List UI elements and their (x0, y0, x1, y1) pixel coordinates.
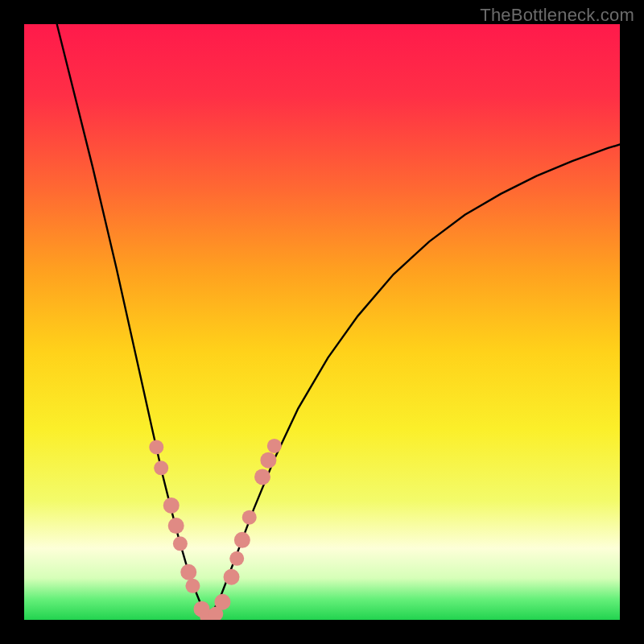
data-marker (180, 564, 196, 580)
plot-area (24, 24, 620, 620)
data-marker (254, 469, 270, 485)
curves-layer (24, 24, 620, 620)
data-marker (149, 440, 163, 454)
chart-frame: TheBottleneck.com (0, 0, 644, 644)
data-marker (173, 536, 188, 551)
left-curve (57, 24, 209, 620)
data-marker (163, 497, 180, 514)
data-marker (224, 569, 240, 585)
data-marker (229, 551, 244, 566)
data-marker (234, 532, 250, 548)
watermark-text: TheBottleneck.com (480, 5, 634, 26)
data-marker (185, 579, 200, 593)
data-marker (214, 594, 230, 610)
data-marker (260, 452, 276, 469)
marker-group (149, 439, 282, 620)
data-marker (168, 518, 184, 534)
data-marker (267, 439, 282, 453)
right-curve (208, 144, 620, 620)
data-marker (154, 460, 168, 475)
data-marker (242, 510, 257, 525)
